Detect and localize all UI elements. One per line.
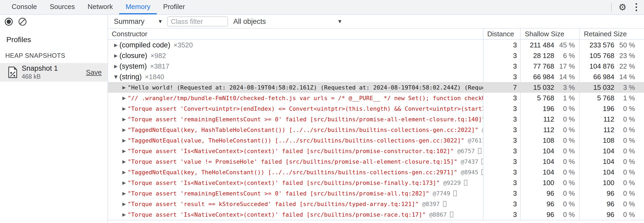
column-header-distance[interactable]: Distance <box>483 29 520 39</box>
table-row[interactable]: ▶"TaggedNotEqual(value, TheHoleConstant(… <box>108 135 644 146</box>
shallow-size-percent: 0 % <box>554 136 575 145</box>
collapsed-triangle-icon[interactable]: ▶ <box>122 159 128 164</box>
table-row[interactable]: ▶"Torque assert 'Is<NativeContext>(conte… <box>108 146 644 156</box>
heap-snapshot-grid: Constructor Distance Shallow Size Retain… <box>108 29 644 223</box>
snapshot-name: Snapshot 1 <box>22 64 58 73</box>
tab-memory[interactable]: Memory <box>119 0 157 14</box>
shallow-size-percent: 17 % <box>554 62 575 70</box>
constructor-cell: ▶(system)×3817 <box>108 61 483 72</box>
collapsed-triangle-icon[interactable]: ▶ <box>122 117 128 122</box>
constructor-name: (closure) <box>119 52 147 60</box>
instance-count: ×982 <box>150 52 166 60</box>
table-row[interactable]: ▶"Torque assert 'remainingElementsCount … <box>108 188 644 199</box>
string-value: "Torque assert 'Is<NativeContext>(contex… <box>128 148 454 154</box>
expanded-triangle-icon[interactable]: ▼ <box>114 74 119 79</box>
shallow-size-percent: 0 % <box>554 211 575 219</box>
column-header-retained-size[interactable]: Retained Size <box>579 29 644 39</box>
retained-size-cell: 233 57650 % <box>579 40 644 50</box>
distance-cell: 3 <box>483 124 520 135</box>
collapsed-triangle-icon[interactable]: ▶ <box>122 191 128 196</box>
table-row[interactable]: ▶"Torque assert 'result == kStoreSuccede… <box>108 199 644 209</box>
tab-sources[interactable]: Sources <box>43 0 81 14</box>
shallow-size-value: 96 <box>521 211 554 219</box>
string-value: "TaggedNotEqual(key, HashTableHoleConsta… <box>128 127 478 133</box>
column-header-constructor[interactable]: Constructor <box>108 30 483 38</box>
collapsed-triangle-icon[interactable]: ▶ <box>114 53 119 58</box>
settings-gear-icon[interactable]: ⚙ <box>619 2 627 12</box>
collapsed-triangle-icon[interactable]: ▶ <box>122 180 128 185</box>
collapsed-triangle-icon[interactable]: ▶ <box>122 95 128 101</box>
constructor-cell: ▶"Torque assert 'value != PromiseHole' f… <box>108 156 483 167</box>
table-row[interactable]: ▶"Torque assert 'remainingElementsCount … <box>108 114 644 124</box>
retained-size-value: 112 <box>580 126 614 134</box>
constructor-cell: ▶"Hello world! (Requested at: 2024-08-19… <box>108 82 483 93</box>
collapsed-triangle-icon[interactable]: ▶ <box>114 64 119 69</box>
tab-console[interactable]: Console <box>5 0 43 14</box>
retained-size-cell: 1120 % <box>579 114 644 124</box>
snapshot-list-item[interactable]: Snapshot 1 468 kB Save <box>0 63 108 82</box>
distance-cell: 3 <box>483 156 520 167</box>
table-row[interactable]: ▶"Torque assert 'value != PromiseHole' f… <box>108 156 644 167</box>
save-snapshot-link[interactable]: Save <box>86 68 102 77</box>
shallow-size-cell: 1040 % <box>520 146 579 156</box>
object-scope-value: All objects <box>233 17 266 26</box>
table-row[interactable]: ▶"Torque assert 'Is<NativeContext>(conte… <box>108 177 644 188</box>
table-row[interactable]: ▶(system)×3817377 76817 %104 87622 % <box>108 61 644 72</box>
table-row[interactable]: ▶(closure)×982328 1286 %105 76823 % <box>108 50 644 61</box>
retained-size-value: 96 <box>580 200 614 208</box>
shallow-size-value: 5 768 <box>521 94 554 102</box>
class-filter-input[interactable] <box>167 16 228 26</box>
table-row[interactable]: ▶"Torque assert 'Is<NativeContext>(conte… <box>108 209 644 220</box>
retained-size-cell: 104 87622 % <box>579 61 644 72</box>
retained-size-percent: 1 % <box>614 94 635 102</box>
instance-count: ×1840 <box>145 73 164 81</box>
table-row[interactable]: ▶(compiled code)×35203211 48445 %233 576… <box>108 40 644 50</box>
retained-size-percent: 50 % <box>614 41 635 49</box>
collapsed-triangle-icon[interactable]: ▶ <box>122 85 128 90</box>
object-scope-select[interactable]: All objects ▼ <box>233 17 343 26</box>
tab-profiler[interactable]: Profiler <box>157 0 191 14</box>
constructor-cell: ▶"Torque assert 'Convert<uintptr>(endInd… <box>108 103 483 114</box>
table-row[interactable]: ▶"TaggedNotEqual(key, HashTableHoleConst… <box>108 124 644 135</box>
constructor-cell: ▶"Torque assert 'result == kStoreSuccede… <box>108 199 483 209</box>
collapsed-triangle-icon[interactable]: ▶ <box>114 42 119 48</box>
distance-cell: 3 <box>483 93 520 103</box>
retained-size-value: 104 <box>580 168 614 176</box>
retained-size-value: 96 <box>580 211 614 219</box>
retained-size-percent: 14 % <box>614 73 635 81</box>
shallow-size-percent: 0 % <box>554 189 575 198</box>
collapsed-triangle-icon[interactable]: ▶ <box>122 138 128 143</box>
table-row[interactable]: ▶"TaggedNotEqual(key, TheHoleConstant())… <box>108 167 644 177</box>
collapsed-triangle-icon[interactable]: ▶ <box>122 106 128 111</box>
distance-cell: 3 <box>483 167 520 177</box>
constructor-cell: ▶"Torque assert 'Is<NativeContext>(conte… <box>108 209 483 220</box>
collapsed-triangle-icon[interactable]: ▶ <box>122 127 128 132</box>
shallow-size-value: 96 <box>521 189 554 198</box>
table-row[interactable]: ▶"Torque assert 'Convert<uintptr>(endInd… <box>108 103 644 114</box>
distance-cell: 3 <box>483 177 520 188</box>
shallow-size-cell: 1040 % <box>520 156 579 167</box>
perspective-select[interactable]: Summary ▼ <box>111 17 163 26</box>
column-header-shallow-size[interactable]: Shallow Size <box>520 29 579 39</box>
retained-size-percent: 0 % <box>614 147 635 155</box>
object-id: @8867 <box>429 211 447 218</box>
shallow-size-value: 96 <box>521 200 554 208</box>
shallow-size-value: 104 <box>521 158 554 166</box>
table-row[interactable]: ▼(string)×1840366 98414 %66 98414 % <box>108 72 644 82</box>
tab-network[interactable]: Network <box>81 0 119 14</box>
collapsed-triangle-icon[interactable]: ▶ <box>122 212 128 217</box>
shallow-size-value: 15 032 <box>521 83 554 92</box>
more-options-icon[interactable] <box>634 2 638 12</box>
shallow-size-value: 77 768 <box>521 62 554 70</box>
collapsed-triangle-icon[interactable]: ▶ <box>122 201 128 207</box>
retained-size-value: 96 <box>580 189 614 198</box>
shallow-size-percent: 0 % <box>554 168 575 176</box>
table-row[interactable]: ▶"// .wrangler/tmp/bundle-FmNIt0/checked… <box>108 93 644 103</box>
take-snapshot-icon[interactable] <box>5 18 13 26</box>
table-row[interactable]: ▶"Hello world! (Requested at: 2024-08-19… <box>108 82 644 93</box>
clear-profiles-icon[interactable] <box>19 18 26 26</box>
collapsed-triangle-icon[interactable]: ▶ <box>122 170 128 175</box>
object-preview-icon <box>478 148 481 154</box>
collapsed-triangle-icon[interactable]: ▶ <box>122 148 128 154</box>
retained-size-cell: 1080 % <box>579 135 644 146</box>
